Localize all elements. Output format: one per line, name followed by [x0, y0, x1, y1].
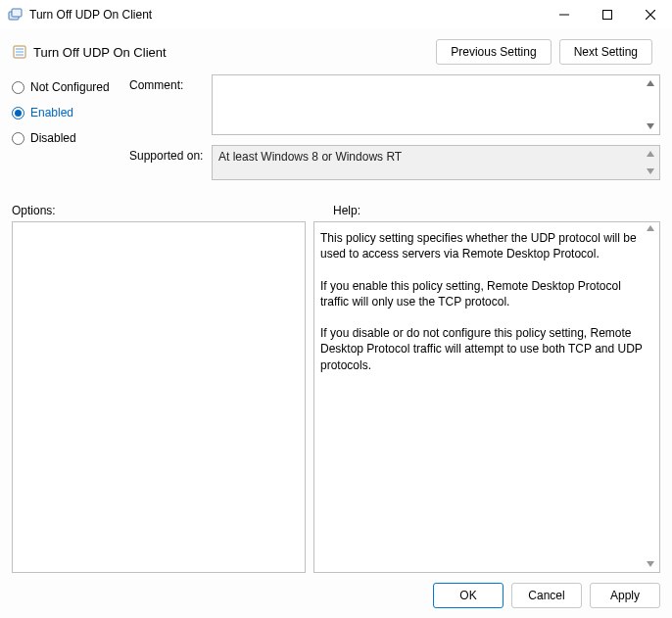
radio-label: Disabled — [30, 131, 76, 145]
radio-icon — [12, 107, 24, 119]
fields: Comment: Supported on: At — [129, 74, 660, 190]
radio-label: Not Configured — [30, 80, 110, 94]
radio-disabled[interactable]: Disabled — [12, 131, 129, 145]
supported-on-value: At least Windows 8 or Windows RT — [213, 146, 659, 167]
scroll-up-icon[interactable] — [644, 222, 657, 234]
supported-on-field: At least Windows 8 or Windows RT — [212, 145, 660, 180]
options-pane[interactable] — [12, 221, 306, 573]
radio-enabled[interactable]: Enabled — [12, 106, 129, 119]
help-label: Help: — [333, 204, 360, 217]
group-policy-dialog: Turn Off UDP On Client Turn Off UDP On C… — [0, 0, 672, 618]
titlebar: Turn Off UDP On Client — [0, 0, 672, 29]
ok-button[interactable]: OK — [433, 583, 504, 608]
maximize-button[interactable] — [586, 0, 629, 29]
comment-textarea[interactable] — [212, 74, 660, 135]
apply-button[interactable]: Apply — [590, 583, 660, 608]
state-radios: Not Configured Enabled Disabled — [12, 74, 129, 190]
comment-label: Comment: — [129, 74, 212, 92]
svg-marker-12 — [647, 151, 654, 157]
help-paragraph: If you enable this policy setting, Remot… — [320, 278, 644, 309]
next-setting-button[interactable]: Next Setting — [559, 39, 652, 65]
header-row: Turn Off UDP On Client Previous Setting … — [0, 29, 672, 69]
radio-not-configured[interactable]: Not Configured — [12, 80, 129, 94]
comment-value — [213, 75, 659, 83]
footer: OK Cancel Apply — [0, 573, 672, 618]
previous-setting-button[interactable]: Previous Setting — [436, 39, 551, 65]
scroll-down-icon[interactable] — [644, 166, 657, 177]
help-paragraph: If you disable or do not configure this … — [320, 325, 644, 373]
svg-marker-13 — [647, 168, 654, 174]
window-title: Turn Off UDP On Client — [29, 8, 543, 22]
radio-icon — [12, 132, 24, 145]
scroll-down-icon[interactable] — [644, 120, 657, 132]
scroll-up-icon[interactable] — [644, 148, 657, 160]
svg-marker-14 — [647, 225, 654, 231]
svg-rect-3 — [603, 11, 612, 20]
help-text: This policy setting specifies whether th… — [314, 222, 659, 381]
scroll-up-icon[interactable] — [644, 77, 657, 89]
radio-icon — [12, 81, 24, 94]
svg-marker-11 — [647, 123, 654, 129]
minimize-button[interactable] — [543, 0, 586, 29]
radio-label: Enabled — [30, 106, 73, 119]
pane-labels: Options: Help: — [0, 190, 672, 221]
svg-marker-10 — [647, 80, 654, 86]
svg-marker-15 — [647, 561, 654, 567]
config-section: Not Configured Enabled Disabled Comment: — [0, 69, 672, 190]
policy-title: Turn Off UDP On Client — [33, 45, 436, 60]
policy-icon — [12, 44, 27, 60]
scroll-down-icon[interactable] — [644, 558, 657, 570]
cancel-button[interactable]: Cancel — [511, 583, 582, 608]
supported-on-label: Supported on: — [129, 145, 212, 163]
close-button[interactable] — [629, 0, 672, 29]
help-pane[interactable]: This policy setting specifies whether th… — [313, 221, 660, 573]
panes: This policy setting specifies whether th… — [0, 221, 672, 573]
help-paragraph: This policy setting specifies whether th… — [320, 230, 644, 261]
app-icon — [8, 7, 24, 23]
options-label: Options: — [12, 204, 333, 217]
svg-rect-1 — [12, 9, 22, 17]
